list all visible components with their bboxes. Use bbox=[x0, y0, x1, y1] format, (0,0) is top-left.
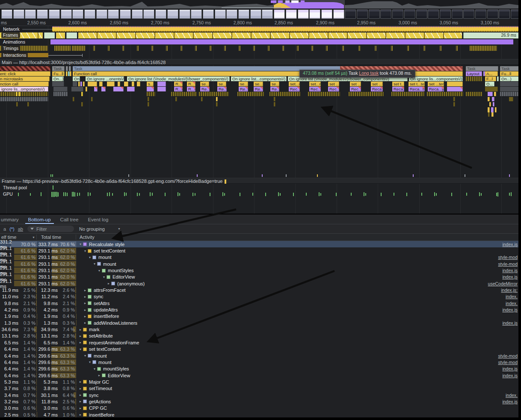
flame-bar[interactable]: Fu...ll bbox=[52, 71, 65, 76]
flame-bar[interactable] bbox=[447, 87, 463, 91]
collapse-icon[interactable]: ▾ bbox=[83, 249, 88, 253]
flame-bar[interactable]: On...) bbox=[500, 76, 518, 81]
table-row[interactable]: 6.4 ms1.4 %299.6 ms63.3 %▾set textConten… bbox=[0, 346, 518, 352]
flame-bar[interactable]: Rec...yle bbox=[328, 87, 339, 91]
flame-bar[interactable]: un microtasks bbox=[0, 76, 50, 81]
flame-bar[interactable] bbox=[269, 92, 300, 96]
flame-bar[interactable]: Reca...yle bbox=[371, 87, 383, 91]
filmstrip-thumbnail[interactable] bbox=[226, 9, 237, 19]
network-track[interactable]: Network bbox=[0, 26, 518, 32]
flame-bar[interactable] bbox=[349, 92, 384, 96]
table-row[interactable]: 13.1 ms2.8 %13.1 ms2.8 %▸setAttribute bbox=[0, 333, 518, 339]
filmstrip-thumbnail[interactable] bbox=[179, 9, 190, 19]
collapse-icon[interactable]: ▾ bbox=[87, 360, 92, 364]
collapse-icon[interactable]: ▾ bbox=[78, 347, 83, 351]
collapse-icon[interactable]: ▾ bbox=[83, 354, 88, 358]
flame-bar[interactable] bbox=[157, 87, 166, 91]
table-row[interactable]: 291.1 ms61.6 %293.1 ms62.0 %▾EditorViewi… bbox=[0, 274, 518, 280]
table-row[interactable]: 9.8 ms2.1 %9.8 ms2.1 %▸setAttrsindex. bbox=[0, 300, 518, 306]
flame-bar[interactable]: set...nt bbox=[289, 82, 300, 86]
frame-section-header[interactable]: Frame — https://id-preview--bd53fd9d-728… bbox=[0, 178, 518, 184]
source-link[interactable]: style-mod bbox=[494, 255, 518, 260]
flame-bar[interactable] bbox=[497, 76, 499, 81]
flame-bar[interactable]: set t...tent bbox=[409, 82, 425, 86]
filmstrip-thumbnail[interactable] bbox=[499, 9, 510, 19]
flame-bar[interactable]: set ...tent bbox=[428, 82, 444, 86]
flame-bar[interactable] bbox=[53, 87, 68, 91]
source-link[interactable]: index.js bbox=[499, 274, 518, 279]
source-link[interactable]: index. bbox=[502, 294, 518, 299]
flame-bar[interactable]: Re...le bbox=[254, 87, 263, 91]
filmstrip-thumbnail[interactable] bbox=[120, 9, 131, 19]
source-link[interactable]: index.js bbox=[499, 307, 518, 312]
filmstrip-thumbnail[interactable] bbox=[25, 9, 36, 19]
filmstrip-thumbnail[interactable] bbox=[155, 9, 166, 19]
source-link[interactable]: index.js bbox=[499, 320, 518, 326]
table-row[interactable]: 291.1 ms61.6 %293.1 ms62.0 %▾mountstyle-… bbox=[0, 254, 518, 261]
flame-bar[interactable] bbox=[124, 82, 128, 86]
flame-bar[interactable]: Task bbox=[500, 66, 518, 71]
flame-bar[interactable] bbox=[19, 92, 21, 96]
filmstrip-thumbnail[interactable] bbox=[262, 9, 273, 19]
flame-bar[interactable]: R...e bbox=[174, 87, 183, 91]
flame-bar[interactable] bbox=[171, 92, 197, 96]
filmstrip-thumbnail[interactable] bbox=[298, 9, 309, 19]
collapse-icon[interactable]: ▾ bbox=[97, 269, 102, 273]
flame-bar[interactable]: Reca...yle bbox=[428, 87, 444, 91]
filmstrip-thumbnail[interactable] bbox=[191, 9, 202, 19]
expand-icon[interactable]: ▸ bbox=[78, 393, 83, 397]
flame-bar[interactable] bbox=[488, 107, 490, 112]
match-whole-word-icon[interactable]: ab bbox=[18, 226, 23, 232]
flame-bar[interactable] bbox=[488, 97, 490, 101]
filmstrip-thumbnail[interactable] bbox=[61, 9, 72, 19]
flame-bar[interactable] bbox=[237, 92, 264, 96]
expand-icon[interactable]: ▸ bbox=[83, 314, 88, 318]
grouping-dropdown-icon[interactable]: ▼ bbox=[118, 227, 121, 230]
collapse-icon[interactable]: ▾ bbox=[101, 275, 107, 279]
flame-bar[interactable] bbox=[488, 112, 490, 117]
flame-bar[interactable] bbox=[491, 107, 494, 112]
flame-bar[interactable] bbox=[494, 92, 496, 96]
flame-bar[interactable] bbox=[69, 66, 71, 71]
cpu-overview-strip[interactable] bbox=[0, 0, 518, 9]
flame-bar[interactable]: Re...e bbox=[239, 87, 248, 91]
flame-bar[interactable]: On ignore ...onents\/) bbox=[86, 76, 124, 81]
filmstrip-thumbnail[interactable] bbox=[203, 9, 214, 19]
flame-bar[interactable] bbox=[509, 97, 513, 101]
flame-bar[interactable] bbox=[391, 92, 424, 96]
source-link[interactable]: index.js bbox=[499, 373, 518, 378]
flame-bar[interactable] bbox=[466, 76, 482, 81]
filmstrip-thumbnail[interactable] bbox=[238, 9, 249, 19]
flame-bar[interactable]: Reca...yle bbox=[392, 87, 404, 91]
animation-bar[interactable] bbox=[50, 39, 513, 44]
filmstrip-thumbnail[interactable] bbox=[309, 9, 320, 19]
expand-icon[interactable]: ▸ bbox=[106, 282, 111, 285]
table-row[interactable]: 6.5 ms1.4 %6.5 ms1.4 %▸requestAnimationF… bbox=[0, 339, 518, 346]
filmstrip-thumbnail[interactable] bbox=[333, 9, 344, 19]
flame-bar[interactable] bbox=[80, 82, 82, 86]
flame-bar[interactable] bbox=[466, 92, 482, 96]
filmstrip-thumbnail[interactable] bbox=[1, 9, 12, 19]
expand-icon[interactable]: ▸ bbox=[83, 288, 88, 292]
flame-bar[interactable] bbox=[113, 87, 124, 91]
flame-bar[interactable] bbox=[127, 87, 135, 91]
expand-icon[interactable]: ▸ bbox=[78, 413, 83, 417]
expand-icon[interactable]: ▸ bbox=[78, 399, 83, 403]
flame-bar[interactable]: se...t bbox=[200, 82, 209, 86]
table-row[interactable]: 4.2 ms0.9 %4.2 ms0.9 %▸updateAttrsindex.… bbox=[0, 306, 518, 313]
column-activity[interactable]: Activity bbox=[76, 235, 518, 240]
frame-bar[interactable] bbox=[66, 32, 77, 38]
flame-bar[interactable]: On...) bbox=[73, 76, 80, 81]
flame-bar[interactable] bbox=[132, 82, 134, 86]
filmstrip-thumbnail[interactable] bbox=[416, 9, 427, 19]
flame-bar[interactable] bbox=[175, 97, 177, 101]
flame-bar[interactable]: set ...tent bbox=[371, 82, 383, 86]
table-row[interactable]: 2.5 ms0.5 %4.7 ms1.0 %▸insertBefore bbox=[0, 411, 518, 417]
flame-bar[interactable]: set ...ent bbox=[350, 82, 361, 86]
table-row[interactable]: 6.4 ms1.4 %299.6 ms63.3 %▾mountStylesind… bbox=[0, 366, 518, 372]
flame-bar[interactable]: set ...ent bbox=[328, 82, 339, 86]
source-link[interactable]: index.js bbox=[499, 242, 518, 247]
flame-bar[interactable] bbox=[107, 82, 115, 86]
flame-bar[interactable] bbox=[201, 97, 203, 101]
flame-bar[interactable]: Re...le bbox=[270, 87, 279, 91]
